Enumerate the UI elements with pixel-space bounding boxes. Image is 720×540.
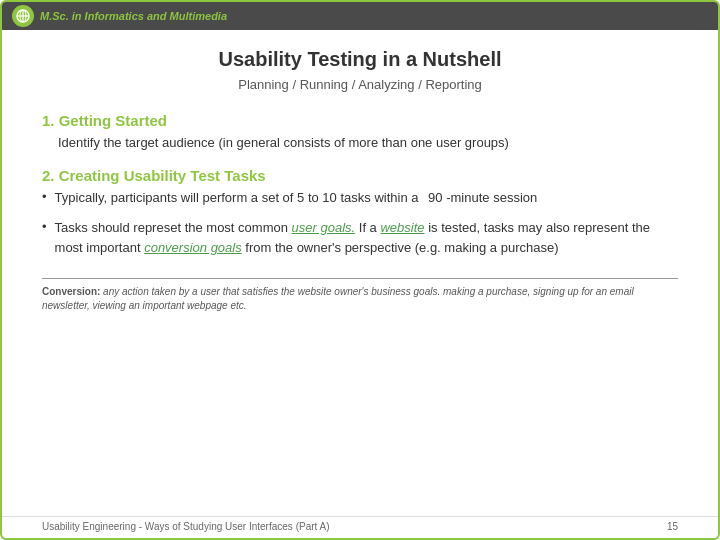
footnote: Conversion: any action taken by a user t… [42, 285, 678, 313]
slide-container: M.Sc. in Informatics and Multimedia Usab… [0, 0, 720, 540]
bullet2-mid1: If a [355, 220, 380, 235]
footnote-label: Conversion: [42, 286, 100, 297]
section1-text: Identify the target audience (in general… [58, 133, 678, 153]
bullet-dot-1: • [42, 189, 47, 204]
bullet-dot-2: • [42, 219, 47, 234]
slide-title: Usability Testing in a Nutshell [42, 48, 678, 71]
bullet-item-2: • Tasks should represet the most common … [42, 218, 678, 258]
section2-heading: 2. Creating Usability Test Tasks [42, 167, 678, 184]
user-goals-link: user goals. [292, 220, 356, 235]
footnote-text: any action taken by a user that satisfie… [42, 286, 634, 311]
bullet-item-1: • Typically, participants will perform a… [42, 188, 678, 208]
bullet-text-1: Typically, participants will perform a s… [55, 188, 538, 208]
header-bar: M.Sc. in Informatics and Multimedia [2, 2, 718, 30]
header-logo: M.Sc. in Informatics and Multimedia [12, 5, 227, 27]
slide-content: Usability Testing in a Nutshell Planning… [2, 30, 718, 516]
footer-left: Usability Engineering - Ways of Studying… [42, 521, 330, 532]
bullet-text-2: Tasks should represet the most common us… [55, 218, 678, 258]
website-link: website [380, 220, 424, 235]
bullet2-end: from the owner's perspective (e.g. makin… [242, 240, 559, 255]
slide-footer: Usability Engineering - Ways of Studying… [2, 516, 718, 538]
bullet1-num: 90 [428, 188, 442, 208]
bullet2-before: Tasks should represet the most common [55, 220, 292, 235]
header-title: M.Sc. in Informatics and Multimedia [40, 10, 227, 22]
footnote-divider [42, 278, 678, 279]
footer-page: 15 [667, 521, 678, 532]
bullet1-after: -minute session [446, 190, 537, 205]
slide-subtitle: Planning / Running / Analyzing / Reporti… [42, 77, 678, 92]
logo-icon [12, 5, 34, 27]
bullet1-before: Typically, participants will perform a s… [55, 190, 419, 205]
section1-heading: 1. Getting Started [42, 112, 678, 129]
conversion-goals-link: conversion goals [144, 240, 242, 255]
